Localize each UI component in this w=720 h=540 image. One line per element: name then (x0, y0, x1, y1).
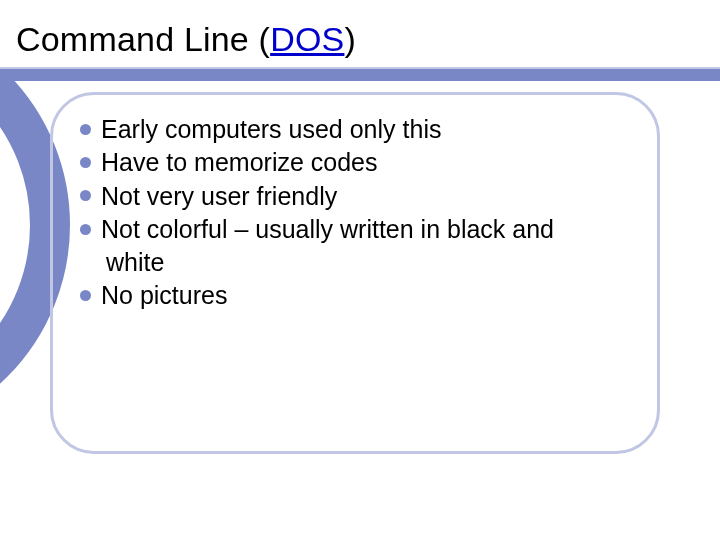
list-item-text: Not very user friendly (101, 182, 337, 210)
bullet-icon (80, 124, 91, 135)
bullet-icon (80, 290, 91, 301)
list-item: Have to memorize codes (80, 147, 648, 178)
title-pre: Command Line ( (16, 20, 270, 58)
list-item-text: No pictures (101, 281, 227, 309)
list-item-text: Have to memorize codes (101, 148, 378, 176)
bullet-icon (80, 190, 91, 201)
list-item: Not colorful – usually written in black … (80, 214, 648, 245)
list-item-text: white (106, 248, 164, 276)
list-item-text: Early computers used only this (101, 115, 441, 143)
slide: Command Line (DOS) Early computers used … (0, 0, 720, 540)
list-item-text: Not colorful – usually written in black … (101, 215, 554, 243)
bullet-list: Early computers used only this Have to m… (80, 114, 648, 314)
bullet-icon (80, 224, 91, 235)
title-post: ) (344, 20, 356, 58)
bullet-icon (80, 157, 91, 168)
list-item-continuation: white (80, 247, 648, 278)
list-item: Not very user friendly (80, 181, 648, 212)
title-rule-thick (0, 69, 720, 81)
list-item: Early computers used only this (80, 114, 648, 145)
slide-title: Command Line (DOS) (16, 20, 356, 59)
list-item: No pictures (80, 280, 648, 311)
title-link[interactable]: DOS (270, 20, 344, 58)
